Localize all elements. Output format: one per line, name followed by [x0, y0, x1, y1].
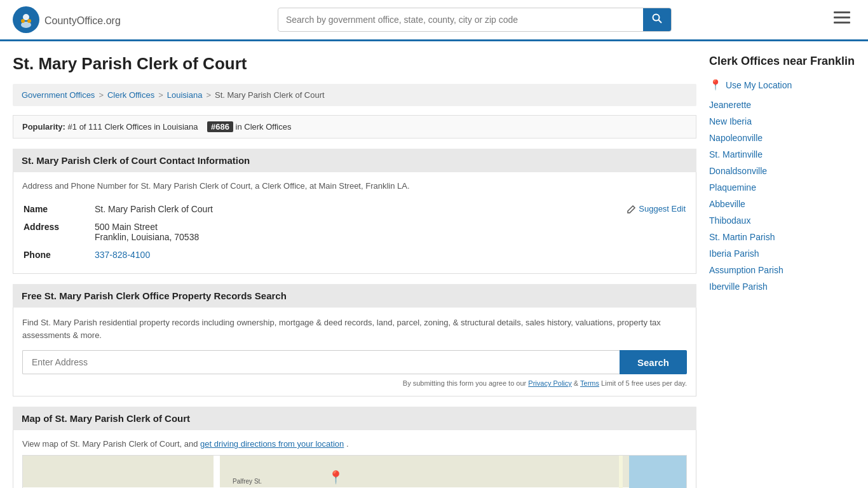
breadcrumb-link-gov[interactable]: Government Offices	[22, 90, 95, 100]
disclaimer-limit: Limit of 5 free uses per day.	[601, 379, 687, 387]
address-line2: Franklin, Louisiana, 70538	[95, 232, 686, 242]
use-location-area: 📍 Use My Location	[709, 79, 855, 91]
breadcrumb-link-state[interactable]: Louisiana	[167, 90, 203, 100]
sidebar-city-link[interactable]: St. Martin Parish	[709, 232, 775, 242]
list-item: Plaquemine	[709, 182, 855, 193]
map-section-header: Map of St. Mary Parish Clerk of Court	[13, 407, 696, 430]
name-label: Name	[24, 201, 93, 217]
svg-point-3	[21, 19, 25, 23]
content-area: St. Mary Parish Clerk of Court Governmen…	[13, 54, 696, 488]
rank2-text: in Clerk Offices	[236, 122, 292, 132]
list-item: Thibodaux	[709, 215, 855, 226]
map-street-label: Palfrey St.	[233, 478, 262, 485]
list-item: Napoleonville	[709, 133, 855, 143]
phone-label: Phone	[24, 247, 93, 263]
sidebar-city-link[interactable]: Napoleonville	[709, 133, 763, 143]
svg-line-6	[658, 20, 661, 24]
disclaimer-and: &	[574, 379, 580, 387]
address-row: Address 500 Main Street Franklin, Louisi…	[24, 219, 686, 245]
list-item: Abbeville	[709, 199, 855, 209]
sidebar: Clerk Offices near Franklin 📍 Use My Loc…	[709, 54, 855, 488]
phone-value: 337-828-4100	[95, 247, 686, 263]
page-title: St. Mary Parish Clerk of Court	[13, 54, 696, 74]
main-container: St. Mary Parish Clerk of Court Governmen…	[0, 41, 868, 488]
popularity-bar: Popularity: #1 of 111 Clerk Offices in L…	[13, 115, 696, 139]
rank1: #1	[68, 122, 77, 132]
contact-section-header: St. Mary Parish Clerk of Court Contact I…	[13, 149, 696, 172]
driving-directions-link[interactable]: get driving directions from your locatio…	[200, 439, 344, 449]
breadcrumb-link-clerk[interactable]: Clerk Offices	[107, 90, 154, 100]
sidebar-city-link[interactable]: Plaquemine	[709, 182, 756, 193]
svg-rect-7	[834, 11, 850, 13]
logo-icon	[13, 6, 39, 33]
map-desc-text: View map of St. Mary Parish Clerk of Cou…	[22, 439, 198, 449]
sidebar-city-link[interactable]: Assumption Parish	[709, 265, 783, 275]
hamburger-menu-icon[interactable]	[829, 9, 855, 30]
phone-row: Phone 337-828-4100	[24, 247, 686, 263]
sidebar-city-link[interactable]: Iberia Parish	[709, 248, 759, 259]
disclaimer-text: By submitting this form you agree to our	[403, 379, 526, 387]
property-section-body: Find St. Mary Parish residential propert…	[13, 308, 696, 396]
sidebar-title: Clerk Offices near Franklin	[709, 54, 855, 69]
logo-suffix: .org	[103, 15, 121, 26]
property-search-form: Search	[22, 350, 687, 374]
list-item: Jeanerette	[709, 100, 855, 110]
location-pin-icon: 📍	[709, 79, 722, 91]
phone-link[interactable]: 337-828-4100	[95, 250, 150, 260]
list-item: Donaldsonville	[709, 166, 855, 176]
global-search-input[interactable]	[278, 10, 643, 30]
sidebar-city-link[interactable]: Donaldsonville	[709, 166, 767, 176]
name-value: St. Mary Parish Clerk of Court Suggest E…	[95, 201, 686, 217]
svg-point-5	[653, 15, 659, 21]
popularity-label: Popularity:	[22, 122, 65, 132]
list-item: Iberville Parish	[709, 281, 855, 292]
address-search-input[interactable]	[22, 350, 620, 374]
use-my-location-link[interactable]: Use My Location	[726, 80, 792, 90]
suggest-edit: Suggest Edit	[627, 204, 686, 214]
list-item: Assumption Parish	[709, 265, 855, 275]
svg-point-4	[27, 19, 31, 23]
site-header: CountyOffice.org	[0, 0, 868, 41]
list-item: St. Martin Parish	[709, 232, 855, 242]
rank1-text: of 111 Clerk Offices in Louisiana	[79, 122, 198, 132]
list-item: Iberia Parish	[709, 248, 855, 259]
map-desc-end: .	[346, 439, 349, 449]
map-description: View map of St. Mary Parish Clerk of Cou…	[22, 439, 687, 449]
map-section-body: View map of St. Mary Parish Clerk of Cou…	[13, 430, 696, 488]
logo-text: CountyOffice.org	[44, 13, 121, 27]
name-row: Name St. Mary Parish Clerk of Court Sugg…	[24, 201, 686, 217]
svg-rect-9	[834, 22, 850, 24]
sidebar-city-link[interactable]: Thibodaux	[709, 215, 750, 226]
rank2: #686	[207, 121, 233, 132]
global-search-button[interactable]	[643, 8, 671, 31]
form-disclaimer: By submitting this form you agree to our…	[22, 379, 687, 387]
privacy-policy-link[interactable]: Privacy Policy	[528, 379, 571, 387]
address-label: Address	[24, 219, 93, 245]
property-description: Find St. Mary Parish residential propert…	[22, 316, 687, 341]
contact-section-body: Address and Phone Number for St. Mary Pa…	[13, 172, 696, 274]
address-line1: 500 Main Street	[95, 222, 686, 232]
sidebar-city-link[interactable]: Iberville Parish	[709, 281, 768, 292]
breadcrumb-current: St. Mary Parish Clerk of Court	[215, 90, 325, 100]
svg-rect-8	[834, 17, 850, 18]
contact-description: Address and Phone Number for St. Mary Pa…	[22, 181, 687, 191]
contact-info-table: Name St. Mary Parish Clerk of Court Sugg…	[22, 200, 687, 264]
property-search-button[interactable]: Search	[620, 350, 687, 374]
logo-area: CountyOffice.org	[13, 6, 121, 33]
sidebar-links-list: JeaneretteNew IberiaNapoleonvilleSt. Mar…	[709, 100, 855, 292]
breadcrumb: Government Offices > Clerk Offices > Lou…	[13, 84, 696, 106]
sidebar-city-link[interactable]: Jeanerette	[709, 100, 751, 110]
map-container[interactable]: 📍 Palfrey St. Sunny & Hot Chicken St. Ma…	[22, 455, 687, 488]
global-search-area	[278, 8, 672, 32]
sidebar-city-link[interactable]: Abbeville	[709, 199, 745, 209]
terms-link[interactable]: Terms	[580, 379, 599, 387]
suggest-edit-link[interactable]: Suggest Edit	[639, 204, 686, 214]
logo-name: CountyOffice	[44, 15, 103, 26]
list-item: St. Martinville	[709, 149, 855, 159]
sidebar-city-link[interactable]: St. Martinville	[709, 149, 763, 159]
map-pin-icon: 📍	[328, 470, 344, 485]
sidebar-city-link[interactable]: New Iberia	[709, 116, 752, 126]
list-item: New Iberia	[709, 116, 855, 126]
property-section-header: Free St. Mary Parish Clerk Office Proper…	[13, 284, 696, 308]
address-value: 500 Main Street Franklin, Louisiana, 705…	[95, 219, 686, 245]
